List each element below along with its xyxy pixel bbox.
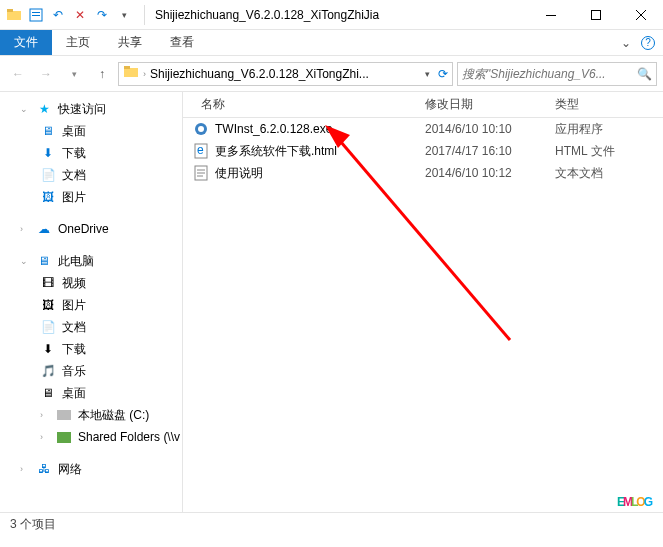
watermark: EMLOG [617,462,651,517]
txt-icon [193,165,209,181]
quick-access[interactable]: ⌄★快速访问 [0,98,182,120]
navigation-pane: ⌄★快速访问 🖥桌面 ⬇下载 📄文档 🖼图片 ›☁OneDrive ⌄🖥此电脑 … [0,92,183,512]
svg-rect-4 [32,15,40,16]
svg-rect-3 [32,12,40,13]
separator [144,5,145,25]
column-name[interactable]: 名称 [183,96,425,113]
window-title: Shijiezhichuang_V6.2.0.128_XiTongZhiJia [151,8,528,22]
search-box[interactable]: 🔍 [457,62,657,86]
file-row[interactable]: TWInst_6.2.0.128.exe 2014/6/10 10:10 应用程… [183,118,663,140]
svg-rect-0 [7,11,21,20]
column-modified[interactable]: 修改日期 [425,96,555,113]
sidebar-item-documents-pc[interactable]: 📄文档 [0,316,182,338]
maximize-button[interactable] [573,0,618,30]
svg-rect-6 [591,10,600,19]
address-bar[interactable]: › Shijiezhichuang_V6.2.0.128_XiTongZhi..… [118,62,453,86]
svg-rect-5 [546,15,556,16]
address-dropdown-icon[interactable]: ▾ [425,69,430,79]
file-row[interactable]: 使用说明 2014/6/10 10:12 文本文档 [183,162,663,184]
column-type[interactable]: 类型 [555,96,645,113]
sidebar-item-pictures-pc[interactable]: 🖼图片 [0,294,182,316]
search-icon[interactable]: 🔍 [637,67,652,81]
sidebar-item-downloads[interactable]: ⬇下载 [0,142,182,164]
network[interactable]: ›🖧网络 [0,458,182,480]
tab-view[interactable]: 查看 [156,30,208,55]
this-pc[interactable]: ⌄🖥此电脑 [0,250,182,272]
file-row[interactable]: e 更多系统软件下载.html 2017/4/17 16:10 HTML 文件 [183,140,663,162]
minimize-button[interactable] [528,0,573,30]
close-button[interactable] [618,0,663,30]
sidebar-item-downloads-pc[interactable]: ⬇下载 [0,338,182,360]
sidebar-item-desktop[interactable]: 🖥桌面 [0,120,182,142]
svg-rect-9 [124,68,138,77]
status-count: 3 个项目 [10,516,56,533]
file-tab[interactable]: 文件 [0,30,52,55]
recent-dropdown-icon[interactable]: ▾ [62,62,86,86]
forward-button[interactable]: → [34,62,58,86]
sidebar-item-documents[interactable]: 📄文档 [0,164,182,186]
breadcrumb[interactable]: Shijiezhichuang_V6.2.0.128_XiTongZhi... [150,67,421,81]
qat-dropdown-icon[interactable]: ▾ [116,7,132,23]
svg-rect-1 [7,9,13,12]
up-button[interactable]: ↑ [90,62,114,86]
sidebar-item-shared[interactable]: ›Shared Folders (\\v [0,426,182,448]
sidebar-item-music[interactable]: 🎵音乐 [0,360,182,382]
folder-icon [123,64,139,83]
sidebar-item-local-disk[interactable]: ›本地磁盘 (C:) [0,404,182,426]
refresh-icon[interactable]: ⟳ [438,67,448,81]
column-headers: 名称 修改日期 类型 [183,92,663,118]
sidebar-item-video[interactable]: 🎞视频 [0,272,182,294]
svg-point-12 [198,126,204,132]
redo-icon[interactable]: ↷ [94,7,110,23]
exe-icon [193,121,209,137]
back-button[interactable]: ← [6,62,30,86]
sidebar-item-desktop-pc[interactable]: 🖥桌面 [0,382,182,404]
svg-text:e: e [197,143,204,157]
html-icon: e [193,143,209,159]
delete-icon[interactable]: ✕ [72,7,88,23]
help-icon[interactable]: ? [641,36,655,50]
onedrive[interactable]: ›☁OneDrive [0,218,182,240]
properties-icon[interactable] [28,7,44,23]
undo-icon[interactable]: ↶ [50,7,66,23]
folder-icon [6,7,22,23]
tab-share[interactable]: 共享 [104,30,156,55]
sidebar-item-pictures[interactable]: 🖼图片 [0,186,182,208]
tab-home[interactable]: 主页 [52,30,104,55]
search-input[interactable] [462,67,637,81]
ribbon-expand-icon[interactable]: ⌄ [621,36,631,50]
svg-rect-10 [124,66,130,69]
